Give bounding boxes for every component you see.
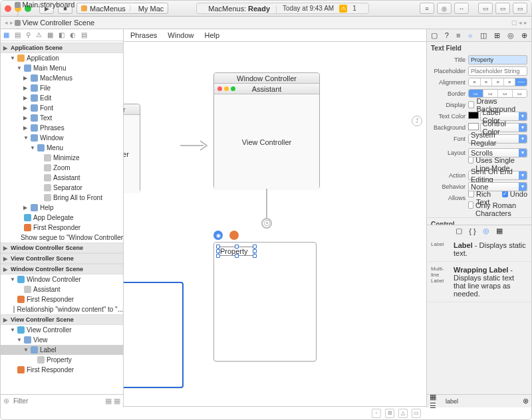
resize-button[interactable]: ▭	[412, 409, 421, 418]
library-filter-input[interactable]	[446, 398, 520, 405]
library-item[interactable]: Multi-line LabelWrapping Label - Display…	[427, 262, 531, 302]
warning-badge[interactable]: ⚠	[339, 5, 347, 13]
placeholder-input[interactable]	[468, 66, 527, 76]
outline-row[interactable]: Zoom	[1, 163, 123, 173]
outline-section-header[interactable]: ▶View Controller Scene	[1, 253, 123, 264]
outline-row[interactable]: ▼Menu	[1, 143, 123, 153]
exit-icon[interactable]: ⤴	[412, 116, 422, 126]
outline-row[interactable]: ▶Text	[1, 113, 123, 123]
selected-label[interactable]: Property	[218, 247, 255, 256]
scheme-app-label: MacMenus	[90, 5, 126, 13]
behavior-select[interactable]: None	[468, 182, 527, 191]
filter-input[interactable]	[13, 397, 101, 405]
layout-select[interactable]: Scrolls	[468, 148, 527, 158]
scheme-dest-label: My Mac	[138, 5, 164, 13]
outline-section-header[interactable]: ▶Application Scene	[1, 43, 123, 53]
outline-row[interactable]: Separator	[1, 183, 123, 193]
interface-builder-canvas[interactable]: Phrases Window Help Window Controller As…	[124, 29, 426, 407]
outline-row[interactable]: ▼Main Menu	[1, 63, 123, 73]
outline-row[interactable]: ▶File	[1, 83, 123, 93]
outline-section-header[interactable]: ▶View Controller Scene	[1, 314, 123, 325]
outline-row[interactable]: ▶MacMenus	[1, 73, 123, 83]
outline-row[interactable]: Property	[1, 355, 123, 365]
outline-row[interactable]: Assistant	[1, 284, 123, 294]
outline-row[interactable]: Bring All to Front	[1, 193, 123, 203]
toggle-debug-button[interactable]: ▭	[495, 3, 510, 14]
outline-row[interactable]: ▼Window Controller	[1, 274, 123, 284]
outline-row[interactable]: ▼Window	[1, 133, 123, 143]
outline-section-header[interactable]: ▶Window Controller Scene	[1, 264, 123, 274]
close-window-icon[interactable]	[5, 5, 11, 12]
crumb[interactable]: View Controller Scene	[15, 19, 95, 27]
outline-row[interactable]: Assistant	[1, 173, 123, 183]
pin-button[interactable]: ⊞	[385, 409, 394, 418]
scene-dock[interactable]: ◉	[213, 231, 239, 240]
standard-editor-button[interactable]: ≡	[420, 3, 434, 14]
navigator-tabs: ▦▤⚲⚠▦◧◐▤	[1, 29, 123, 41]
jump-bar: ◂ ▸ MacMenus〉MacMenus〉Main.storyboard〉Vi…	[1, 17, 531, 29]
outline-row[interactable]: First Responder	[1, 223, 123, 233]
outline-row[interactable]: Relationship "window content" to "...	[1, 304, 123, 314]
svg-text:⦿: ⦿	[263, 219, 271, 227]
utilities-panel: ▢?≡⟐◫⊞◎⊕ Text Field Title Placeholder Al…	[426, 29, 531, 407]
view-controller-placeholder: View Controller	[214, 94, 319, 189]
outline-row[interactable]: ▶Font	[1, 103, 123, 113]
partial-scene-bottom[interactable]	[124, 282, 184, 388]
inspector-tabs[interactable]: ▢?≡⟐◫⊞◎⊕	[427, 29, 531, 42]
partial-scene-left[interactable]: er oller	[124, 104, 140, 192]
outline-row[interactable]: First Responder	[1, 365, 123, 375]
view-controller-view[interactable]: Property	[213, 242, 317, 362]
outline-row[interactable]: ▼View Controller	[1, 325, 123, 335]
outline-row[interactable]: ▶Edit	[1, 93, 123, 103]
version-editor-button[interactable]: ↔	[454, 3, 469, 14]
action-select[interactable]: Sent On End Editing	[468, 171, 527, 180]
align-button[interactable]: ▫	[372, 409, 381, 418]
outline-row[interactable]: Show segue to "Window Controller"	[1, 233, 123, 243]
toggle-navigator-button[interactable]: ▭	[478, 3, 493, 14]
bgcolor-well[interactable]	[468, 123, 479, 130]
outline-row[interactable]: ▶Phrases	[1, 123, 123, 133]
outline-row[interactable]: App Delegate	[1, 213, 123, 223]
toggle-utilities-button[interactable]: ▭	[513, 3, 527, 14]
outline-row[interactable]: First Responder	[1, 294, 123, 304]
assistant-editor-button[interactable]: ◎	[437, 3, 452, 14]
object-library: ▢{ }◎▦ LabelLabel - Displays static text…	[427, 225, 531, 408]
navigator-panel: ▦▤⚲⚠▦◧◐▤ ▶Application Scene▼Application▼…	[1, 29, 124, 407]
outline-section-header[interactable]: ▶Window Controller Scene	[1, 243, 123, 253]
library-tabs[interactable]: ▢{ }◎▦	[427, 225, 531, 237]
navigator-filter: ⊕ ▦ ▦	[1, 394, 123, 407]
relationship-segue-icon: ⦿	[260, 189, 273, 229]
canvas-bottom-bar: ▫ ⊞ △ ▭	[124, 406, 426, 419]
alignment-segmented[interactable]: ≡≡≡≡──	[468, 78, 527, 86]
activity-status: MacMenus: Ready | Today at 9:43 AM ⚠ 1	[196, 3, 369, 14]
outline-row[interactable]: ▼Label	[1, 345, 123, 355]
segue-icon	[180, 136, 217, 156]
draws-bg-checkbox[interactable]	[468, 101, 474, 108]
outline-row[interactable]: Minimize	[1, 153, 123, 163]
crumb[interactable]: Main.storyboard	[15, 1, 95, 9]
textcolor-well[interactable]	[468, 112, 479, 119]
font-select[interactable]: System Regular	[468, 134, 527, 144]
related-items-icon[interactable]: ▢ ◂ ▸	[511, 19, 527, 26]
roman-checkbox[interactable]	[468, 201, 473, 209]
library-item[interactable]: LabelLabel - Displays static text.	[427, 237, 531, 262]
resolve-button[interactable]: △	[398, 409, 408, 418]
window-controller-scene[interactable]: Window Controller Assistant View Control…	[213, 72, 320, 189]
outline-row[interactable]: ▼View	[1, 335, 123, 345]
title-input[interactable]	[468, 55, 527, 64]
outline-row[interactable]: ▼Application	[1, 53, 123, 63]
outline-row[interactable]: ▶Help	[1, 203, 123, 213]
document-outline[interactable]: ▶Application Scene▼Application▼Main Menu…	[1, 41, 123, 394]
